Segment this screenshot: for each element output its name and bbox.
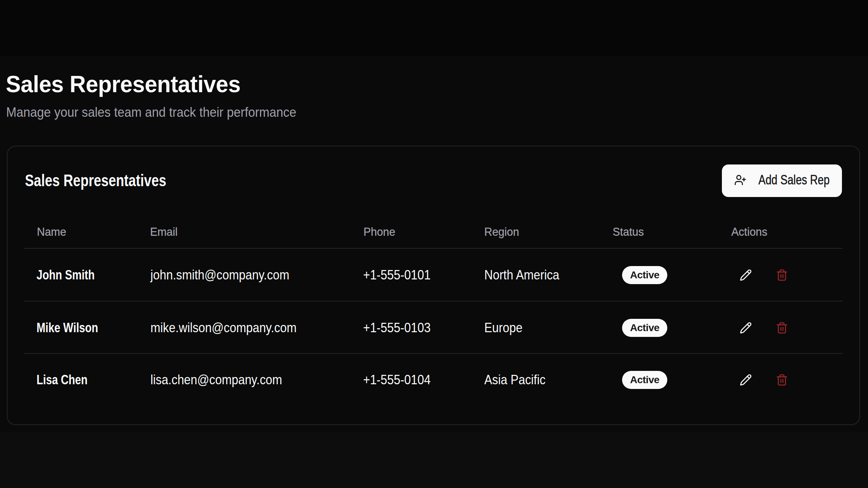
trash-icon <box>776 322 788 334</box>
cell-phone: +1-555-0104 <box>363 373 431 386</box>
status-badge: Active <box>622 371 667 389</box>
column-header-email: Email <box>150 226 178 237</box>
edit-row-button[interactable] <box>738 320 754 336</box>
table-row: Lisa Chen lisa.chen@company.com +1-555-0… <box>24 354 843 406</box>
page: Sales Representatives Manage your sales … <box>0 0 868 488</box>
table-row: Mike Wilson mike.wilson@company.com +1-5… <box>24 301 843 354</box>
edit-row-button[interactable] <box>738 267 754 283</box>
column-header-actions: Actions <box>731 226 767 237</box>
add-sales-rep-label: Add Sales Rep <box>758 174 830 187</box>
delete-row-button[interactable] <box>774 267 790 283</box>
pencil-icon <box>740 374 752 386</box>
user-plus-icon <box>734 174 746 186</box>
column-header-name: Name <box>37 226 66 237</box>
column-header-region: Region <box>484 226 519 237</box>
cell-name: Lisa Chen <box>37 373 88 386</box>
cell-region: Asia Pacific <box>484 373 545 386</box>
pencil-icon <box>740 322 752 334</box>
cell-region: North America <box>484 269 559 282</box>
trash-icon <box>776 374 788 386</box>
pencil-icon <box>740 269 752 281</box>
page-title: Sales Representatives <box>6 73 241 96</box>
trash-icon <box>776 269 788 281</box>
card-title: Sales Representatives <box>25 172 166 189</box>
status-badge: Active <box>622 266 667 284</box>
cell-email: john.smith@company.com <box>150 269 289 282</box>
column-header-status: Status <box>613 226 644 237</box>
cell-phone: +1-555-0101 <box>363 269 431 282</box>
table-row: John Smith john.smith@company.com +1-555… <box>24 249 843 301</box>
add-sales-rep-button[interactable]: Add Sales Rep <box>722 164 842 197</box>
page-subtitle: Manage your sales team and track their p… <box>6 106 296 119</box>
column-header-phone: Phone <box>363 226 395 237</box>
edit-row-button[interactable] <box>738 372 754 388</box>
cell-name: Mike Wilson <box>37 321 98 334</box>
cell-region: Europe <box>484 321 523 334</box>
cell-phone: +1-555-0103 <box>363 321 431 334</box>
cell-email: lisa.chen@company.com <box>150 373 282 386</box>
delete-row-button[interactable] <box>774 372 790 388</box>
cell-email: mike.wilson@company.com <box>150 321 297 334</box>
cell-name: John Smith <box>37 269 95 282</box>
delete-row-button[interactable] <box>774 320 790 336</box>
status-badge: Active <box>622 319 667 337</box>
